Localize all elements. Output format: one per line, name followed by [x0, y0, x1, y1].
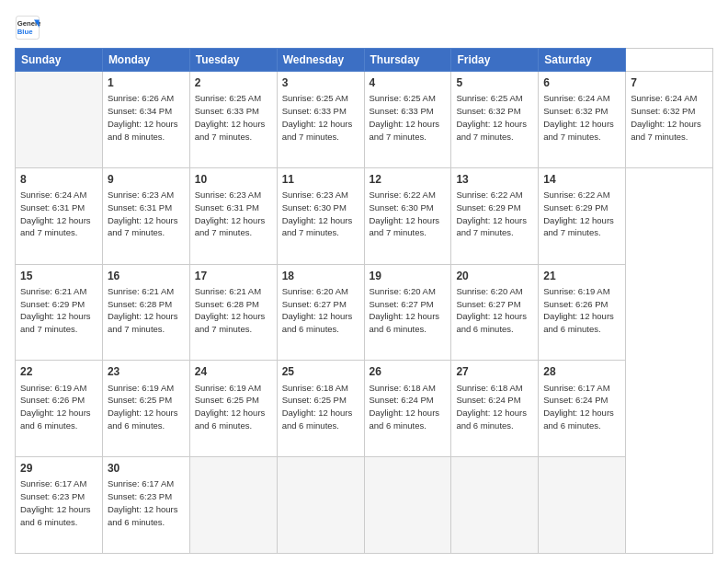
- header-day-saturday: Saturday: [539, 49, 626, 72]
- header-day-monday: Monday: [102, 49, 189, 72]
- header: General Blue: [15, 15, 713, 40]
- table-row: 6Sunrise: 6:24 AMSunset: 6:32 PMDaylight…: [539, 72, 626, 168]
- table-row: 11Sunrise: 6:23 AMSunset: 6:30 PMDayligh…: [277, 167, 364, 264]
- day-info: Sunrise: 6:19 AMSunset: 6:25 PMDaylight:…: [195, 383, 266, 431]
- day-number: 5: [456, 75, 533, 90]
- table-row: 1Sunrise: 6:26 AMSunset: 6:34 PMDaylight…: [102, 72, 189, 168]
- day-info: Sunrise: 6:24 AMSunset: 6:31 PMDaylight:…: [20, 190, 91, 237]
- day-info: Sunrise: 6:17 AMSunset: 6:23 PMDaylight:…: [20, 478, 91, 526]
- day-number: 3: [282, 75, 359, 90]
- logo-icon: General Blue: [15, 15, 40, 40]
- header-day-thursday: Thursday: [364, 49, 451, 72]
- day-number: 23: [108, 364, 185, 379]
- day-number: 27: [456, 364, 533, 379]
- day-number: 14: [543, 172, 620, 187]
- day-number: 30: [108, 461, 185, 476]
- table-row: 16Sunrise: 6:21 AMSunset: 6:28 PMDayligh…: [102, 264, 189, 361]
- table-row: 2Sunrise: 6:25 AMSunset: 6:33 PMDaylight…: [189, 72, 277, 168]
- day-info: Sunrise: 6:25 AMSunset: 6:33 PMDaylight:…: [282, 93, 353, 141]
- day-info: Sunrise: 6:23 AMSunset: 6:30 PMDaylight:…: [282, 190, 353, 237]
- day-number: 15: [20, 269, 97, 283]
- table-row: 13Sunrise: 6:22 AMSunset: 6:29 PMDayligh…: [451, 167, 539, 264]
- day-info: Sunrise: 6:21 AMSunset: 6:29 PMDaylight:…: [20, 286, 91, 334]
- day-number: 26: [370, 364, 447, 379]
- table-row: 7Sunrise: 6:24 AMSunset: 6:32 PMDaylight…: [626, 72, 713, 168]
- day-number: 13: [456, 172, 533, 187]
- header-day-sunday: Sunday: [16, 49, 103, 72]
- day-number: 12: [370, 172, 447, 187]
- table-row: [189, 457, 277, 554]
- day-number: 16: [108, 269, 185, 283]
- day-number: 17: [195, 269, 272, 283]
- day-info: Sunrise: 6:25 AMSunset: 6:32 PMDaylight:…: [456, 93, 527, 141]
- calendar-table: SundayMondayTuesdayWednesdayThursdayFrid…: [15, 48, 713, 554]
- table-row: 26Sunrise: 6:18 AMSunset: 6:24 PMDayligh…: [364, 361, 451, 457]
- day-info: Sunrise: 6:20 AMSunset: 6:27 PMDaylight:…: [370, 286, 440, 334]
- day-info: Sunrise: 6:19 AMSunset: 6:25 PMDaylight:…: [108, 383, 178, 431]
- day-info: Sunrise: 6:17 AMSunset: 6:24 PMDaylight:…: [543, 383, 614, 431]
- header-day-wednesday: Wednesday: [277, 49, 364, 72]
- day-number: 11: [282, 172, 359, 187]
- day-number: 4: [370, 75, 447, 90]
- table-row: [277, 457, 364, 554]
- day-info: Sunrise: 6:25 AMSunset: 6:33 PMDaylight:…: [370, 93, 440, 141]
- day-info: Sunrise: 6:22 AMSunset: 6:30 PMDaylight:…: [370, 190, 440, 237]
- table-row: 5Sunrise: 6:25 AMSunset: 6:32 PMDaylight…: [451, 72, 539, 168]
- day-number: 24: [195, 364, 272, 379]
- day-number: 29: [20, 461, 97, 476]
- day-info: Sunrise: 6:19 AMSunset: 6:26 PMDaylight:…: [543, 286, 614, 334]
- table-row: 25Sunrise: 6:18 AMSunset: 6:25 PMDayligh…: [277, 361, 364, 457]
- day-info: Sunrise: 6:24 AMSunset: 6:32 PMDaylight:…: [631, 93, 701, 141]
- header-day-friday: Friday: [451, 49, 539, 72]
- table-row: 18Sunrise: 6:20 AMSunset: 6:27 PMDayligh…: [277, 264, 364, 361]
- day-number: 28: [543, 364, 620, 379]
- svg-text:Blue: Blue: [17, 28, 33, 36]
- day-info: Sunrise: 6:21 AMSunset: 6:28 PMDaylight:…: [195, 286, 266, 334]
- table-row: 30Sunrise: 6:17 AMSunset: 6:23 PMDayligh…: [102, 457, 189, 554]
- day-number: 1: [108, 75, 185, 90]
- table-row: 24Sunrise: 6:19 AMSunset: 6:25 PMDayligh…: [189, 361, 277, 457]
- table-row: 23Sunrise: 6:19 AMSunset: 6:25 PMDayligh…: [102, 361, 189, 457]
- table-row: 22Sunrise: 6:19 AMSunset: 6:26 PMDayligh…: [16, 361, 103, 457]
- logo: General Blue: [15, 15, 40, 40]
- table-row: 20Sunrise: 6:20 AMSunset: 6:27 PMDayligh…: [451, 264, 539, 361]
- day-info: Sunrise: 6:22 AMSunset: 6:29 PMDaylight:…: [543, 190, 614, 237]
- table-row: 19Sunrise: 6:20 AMSunset: 6:27 PMDayligh…: [364, 264, 451, 361]
- day-number: 9: [108, 172, 185, 187]
- day-info: Sunrise: 6:23 AMSunset: 6:31 PMDaylight:…: [195, 190, 266, 237]
- day-number: 25: [282, 364, 359, 379]
- day-info: Sunrise: 6:17 AMSunset: 6:23 PMDaylight:…: [108, 478, 178, 526]
- day-info: Sunrise: 6:25 AMSunset: 6:33 PMDaylight:…: [195, 93, 266, 141]
- day-number: 10: [195, 172, 272, 187]
- table-row: 29Sunrise: 6:17 AMSunset: 6:23 PMDayligh…: [16, 457, 103, 554]
- day-number: 21: [543, 269, 620, 283]
- header-day-tuesday: Tuesday: [189, 49, 277, 72]
- day-info: Sunrise: 6:20 AMSunset: 6:27 PMDaylight:…: [456, 286, 527, 334]
- day-info: Sunrise: 6:21 AMSunset: 6:28 PMDaylight:…: [108, 286, 178, 334]
- table-row: 12Sunrise: 6:22 AMSunset: 6:30 PMDayligh…: [364, 167, 451, 264]
- day-info: Sunrise: 6:18 AMSunset: 6:24 PMDaylight:…: [456, 383, 527, 431]
- table-row: 21Sunrise: 6:19 AMSunset: 6:26 PMDayligh…: [539, 264, 626, 361]
- table-row: [451, 457, 539, 554]
- table-row: 15Sunrise: 6:21 AMSunset: 6:29 PMDayligh…: [16, 264, 103, 361]
- table-row: 9Sunrise: 6:23 AMSunset: 6:31 PMDaylight…: [102, 167, 189, 264]
- day-info: Sunrise: 6:18 AMSunset: 6:25 PMDaylight:…: [282, 383, 353, 431]
- table-row: 8Sunrise: 6:24 AMSunset: 6:31 PMDaylight…: [16, 167, 103, 264]
- table-row: 10Sunrise: 6:23 AMSunset: 6:31 PMDayligh…: [189, 167, 277, 264]
- day-number: 22: [20, 364, 97, 379]
- day-number: 19: [370, 269, 447, 283]
- day-info: Sunrise: 6:22 AMSunset: 6:29 PMDaylight:…: [456, 190, 527, 237]
- table-row: 3Sunrise: 6:25 AMSunset: 6:33 PMDaylight…: [277, 72, 364, 168]
- empty-cell: [16, 72, 103, 168]
- table-row: 17Sunrise: 6:21 AMSunset: 6:28 PMDayligh…: [189, 264, 277, 361]
- day-info: Sunrise: 6:18 AMSunset: 6:24 PMDaylight:…: [370, 383, 440, 431]
- table-row: 4Sunrise: 6:25 AMSunset: 6:33 PMDaylight…: [364, 72, 451, 168]
- table-row: [364, 457, 451, 554]
- day-number: 20: [456, 269, 533, 283]
- day-number: 8: [20, 172, 97, 187]
- table-row: 14Sunrise: 6:22 AMSunset: 6:29 PMDayligh…: [539, 167, 626, 264]
- page: General Blue SundayMondayTuesdayWednesda…: [0, 0, 728, 563]
- table-row: [539, 457, 626, 554]
- table-row: 27Sunrise: 6:18 AMSunset: 6:24 PMDayligh…: [451, 361, 539, 457]
- day-info: Sunrise: 6:23 AMSunset: 6:31 PMDaylight:…: [108, 190, 178, 237]
